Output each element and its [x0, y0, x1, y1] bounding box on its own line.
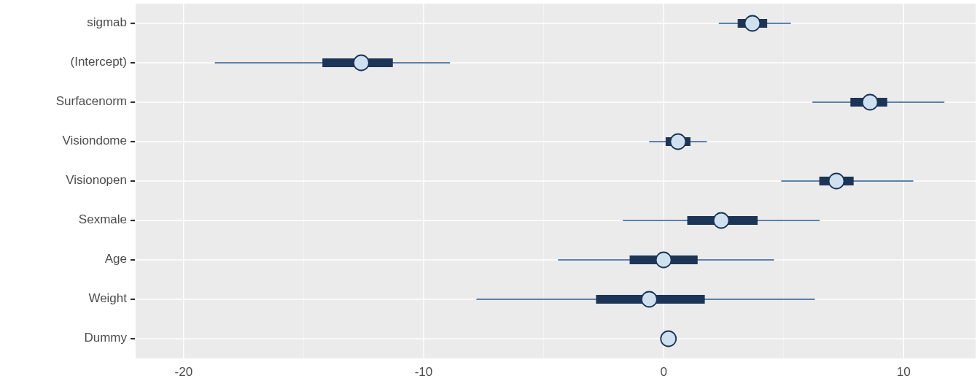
x-tick-label: 0: [660, 365, 666, 379]
y-tick-label: Age: [105, 252, 127, 266]
x-tick-label: 10: [897, 365, 911, 379]
interval-plot: sigmab(Intercept)SurfacenormVisiondomeVi…: [0, 0, 980, 392]
svg-point-30: [829, 174, 844, 189]
svg-point-24: [863, 95, 878, 110]
svg-point-27: [670, 134, 685, 150]
svg-point-42: [661, 331, 676, 347]
y-tick-label: Weight: [88, 291, 127, 305]
interval-Dummy: [661, 331, 676, 347]
x-tick-label: -10: [415, 365, 433, 379]
y-axis: sigmab(Intercept)SurfacenormVisiondomeVi…: [56, 15, 135, 345]
y-tick-label: Sexmale: [79, 212, 127, 226]
y-tick-label: sigmab: [87, 15, 127, 29]
y-tick-label: Visionopen: [66, 173, 127, 187]
y-tick-label: (Intercept): [71, 55, 127, 69]
svg-point-33: [714, 213, 729, 228]
svg-point-36: [656, 253, 672, 268]
svg-point-39: [642, 292, 657, 307]
x-axis: -20-10010: [175, 365, 911, 379]
y-tick-label: Surfacenorm: [56, 94, 127, 108]
svg-point-21: [354, 55, 369, 71]
y-tick-label: Dummy: [84, 331, 127, 345]
y-tick-label: Visiondome: [62, 134, 127, 147]
svg-point-18: [744, 16, 760, 31]
x-tick-label: -20: [175, 365, 193, 379]
